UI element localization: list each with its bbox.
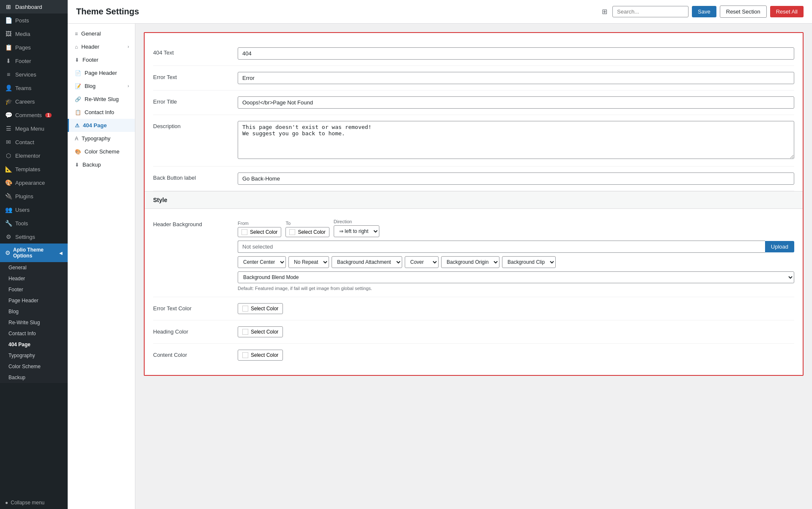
label-error-text-color: Error Text Color xyxy=(153,303,238,312)
backup-sidebar-icon: ⬇ xyxy=(75,162,79,168)
theme-sidebar-contact-info[interactable]: 📋 Contact Info xyxy=(68,106,135,119)
templates-icon: 📐 xyxy=(5,166,12,172)
sidebar-item-media[interactable]: 🖼 Media xyxy=(0,27,68,41)
settings-icon: ⚙ xyxy=(5,233,12,240)
direction-select[interactable]: ⇒ left to right xyxy=(334,225,379,237)
footer-icon: ⬇ xyxy=(5,57,12,64)
position-select[interactable]: Center Center Top LeftTop CenterTop Righ… xyxy=(238,256,286,268)
sidebar-item-comments[interactable]: 💬 Comments 1 xyxy=(0,108,68,122)
collapse-menu-button[interactable]: ● Collapse menu xyxy=(0,496,68,509)
content-error-text xyxy=(238,72,794,84)
repeat-select[interactable]: No Repeat RepeatRepeat XRepeat Y xyxy=(288,256,329,268)
content-color-swatch xyxy=(242,352,248,358)
appearance-icon: 🎨 xyxy=(5,179,12,186)
sidebar-item-posts[interactable]: 📄 Posts xyxy=(0,14,68,27)
theme-sidebar-color-scheme[interactable]: 🎨 Color Scheme xyxy=(68,145,135,158)
theme-sidebar-blog[interactable]: 📝 Blog › xyxy=(68,79,135,93)
theme-sidebar-header[interactable]: ⌂ Header › xyxy=(68,40,135,53)
settings-section: 404 Text Error Text Error Title xyxy=(144,32,804,376)
input-error-title[interactable] xyxy=(238,96,794,109)
sub-nav-backup[interactable]: Backup xyxy=(0,372,68,383)
media-icon: 🖼 xyxy=(5,30,12,37)
sidebar-item-plugins[interactable]: 🔌 Plugins xyxy=(0,189,68,203)
to-color-button[interactable]: Select Color xyxy=(285,227,329,237)
input-description[interactable]: This page doesn't exist or was removed! … xyxy=(238,121,794,159)
sub-nav-header[interactable]: Header xyxy=(0,273,68,284)
sidebar-item-tools[interactable]: 🔧 Tools xyxy=(0,216,68,230)
typography-sidebar-icon: A xyxy=(75,136,78,142)
error-text-color-button[interactable]: Select Color xyxy=(238,303,283,314)
collapse-icon: ● xyxy=(5,500,8,506)
grid-icon: ⊞ xyxy=(602,8,607,16)
field-row-error-text-color: Error Text Color Select Color xyxy=(153,297,794,320)
sidebar-item-aplio[interactable]: ⚙ Aplio Theme Options ◀ xyxy=(0,244,68,262)
sub-nav-color-scheme[interactable]: Color Scheme xyxy=(0,361,68,372)
aplio-sub-nav: General Header Footer Page Header Blog R… xyxy=(0,262,68,383)
upload-button[interactable]: Upload xyxy=(765,241,794,252)
save-button[interactable]: Save xyxy=(692,6,716,17)
sidebar-item-templates[interactable]: 📐 Templates xyxy=(0,162,68,176)
sidebar-item-contact[interactable]: ✉ Contact xyxy=(0,135,68,149)
users-icon: 👥 xyxy=(5,206,12,213)
label-error-title: Error Title xyxy=(153,96,238,105)
attachment-select[interactable]: Background Attachment ScrollFixedLocal xyxy=(332,256,402,268)
sidebar-item-mega-menu[interactable]: ☰ Mega Menu xyxy=(0,122,68,135)
dashboard-icon: ⊞ xyxy=(5,3,12,10)
size-select[interactable]: Cover ContainAuto xyxy=(405,256,439,268)
sub-nav-typography[interactable]: Typography xyxy=(0,350,68,361)
label-back-button: Back Button label xyxy=(153,172,238,181)
theme-sidebar-404-page[interactable]: ⚠ 404 Page xyxy=(68,119,135,132)
theme-sidebar-general[interactable]: ≡ General xyxy=(68,27,135,40)
sub-nav-general[interactable]: General xyxy=(0,262,68,273)
sub-nav-footer[interactable]: Footer xyxy=(0,284,68,295)
sidebar-item-pages[interactable]: 📋 Pages xyxy=(0,41,68,54)
file-input-display: Not selected xyxy=(238,241,765,253)
theme-sidebar-backup[interactable]: ⬇ Backup xyxy=(68,158,135,171)
admin-sidebar: ⊞ Dashboard 📄 Posts 🖼 Media 📋 Pages ⬇ Fo… xyxy=(0,0,68,509)
from-color-button[interactable]: Select Color xyxy=(238,227,281,237)
reset-section-button[interactable]: Reset Section xyxy=(720,5,767,18)
bg-hint-text: Default: Featured image, if fail will ge… xyxy=(238,286,794,291)
sidebar-item-settings[interactable]: ⚙ Settings xyxy=(0,230,68,244)
theme-sidebar-page-header[interactable]: 📄 Page Header xyxy=(68,66,135,79)
theme-sidebar-footer[interactable]: ⬇ Footer xyxy=(68,53,135,66)
sidebar-item-services[interactable]: ≡ Services xyxy=(0,68,68,81)
field-row-error-title: Error Title xyxy=(153,90,794,115)
content-error-text-color: Select Color xyxy=(238,303,794,314)
content-back-button xyxy=(238,172,794,185)
comments-icon: 💬 xyxy=(5,112,12,118)
sub-nav-rewrite-slug[interactable]: Re-Write Slug xyxy=(0,317,68,328)
sub-nav-contact-info[interactable]: Contact Info xyxy=(0,328,68,339)
from-color-swatch xyxy=(241,229,247,235)
input-404-text[interactable] xyxy=(238,47,794,60)
sidebar-item-dashboard[interactable]: ⊞ Dashboard xyxy=(0,0,68,14)
sub-nav-page-header[interactable]: Page Header xyxy=(0,295,68,306)
clip-select[interactable]: Background Clip Padding BoxBorder BoxCon… xyxy=(502,256,556,268)
content-color-button[interactable]: Select Color xyxy=(238,350,283,361)
plugins-icon: 🔌 xyxy=(5,193,12,200)
comments-badge: 1 xyxy=(45,113,52,118)
sidebar-item-appearance[interactable]: 🎨 Appearance xyxy=(0,176,68,189)
heading-color-button[interactable]: Select Color xyxy=(238,326,283,337)
blend-mode-select[interactable]: Background Blend Mode NormalMultiplyScre… xyxy=(238,271,794,283)
sidebar-item-elementor[interactable]: ⬡ Elementor xyxy=(0,149,68,162)
label-404-text: 404 Text xyxy=(153,47,238,56)
input-back-button[interactable] xyxy=(238,172,794,185)
direction-label: Direction xyxy=(334,219,379,224)
sidebar-item-careers[interactable]: 🎓 Careers xyxy=(0,95,68,108)
search-input[interactable] xyxy=(612,6,689,17)
reset-all-button[interactable]: Reset All xyxy=(770,6,804,17)
sub-nav-blog[interactable]: Blog xyxy=(0,306,68,317)
sidebar-item-teams[interactable]: 👤 Teams xyxy=(0,81,68,95)
sidebar-item-footer[interactable]: ⬇ Footer xyxy=(0,54,68,68)
services-icon: ≡ xyxy=(5,71,12,78)
input-error-text[interactable] xyxy=(238,72,794,84)
sidebar-item-users[interactable]: 👥 Users xyxy=(0,203,68,216)
theme-sidebar-typography[interactable]: A Typography xyxy=(68,132,135,145)
theme-sidebar-rewrite-slug[interactable]: 🔗 Re-Write Slug xyxy=(68,93,135,106)
direction-group: Direction ⇒ left to right xyxy=(334,219,379,237)
sub-nav-404-page[interactable]: 404 Page xyxy=(0,339,68,350)
origin-select[interactable]: Background Origin Padding BoxBorder BoxC… xyxy=(441,256,499,268)
color-scheme-sidebar-icon: 🎨 xyxy=(75,149,81,155)
content-heading-color: Select Color xyxy=(238,326,794,337)
